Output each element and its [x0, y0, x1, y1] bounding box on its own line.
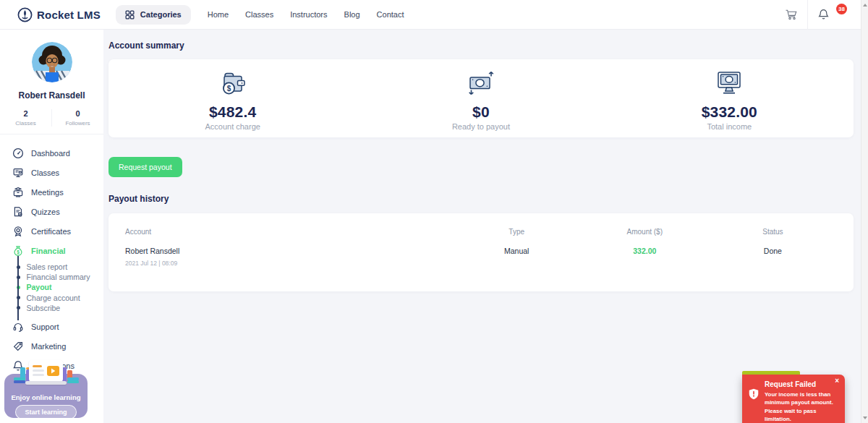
laptop-shape	[29, 360, 63, 382]
sidebar-item-label: Support	[31, 322, 59, 331]
promo-illustration	[4, 360, 88, 389]
toast-title: Request Failed	[765, 380, 836, 388]
profile-section: Robert Ransdell 2 Classes 0 Followers	[0, 30, 103, 134]
request-payout-button[interactable]: Request payout	[109, 157, 182, 177]
income-icon	[605, 67, 854, 100]
sidebar-item-support[interactable]: Support	[0, 317, 103, 337]
stat-classes: 2 Classes	[0, 109, 52, 127]
scrollbar-down-icon[interactable]	[861, 414, 868, 422]
promo-card: Enjoy online learning Start learning	[4, 374, 88, 418]
submenu-item-charge-account[interactable]: Charge account	[17, 293, 103, 303]
svg-text:$: $	[226, 84, 231, 92]
shield-alert-icon	[749, 388, 759, 400]
sidebar-item-label: Financial	[31, 247, 66, 255]
book-shape	[14, 380, 25, 383]
sidebar-item-label: Classes	[31, 168, 59, 177]
toast-close-icon[interactable]: ×	[833, 376, 841, 386]
submenu-item-sales-report[interactable]: Sales report	[17, 262, 103, 272]
certificates-icon	[12, 226, 24, 237]
dashboard-icon	[12, 148, 24, 159]
start-learning-button[interactable]: Start learning	[15, 405, 76, 419]
navbar-actions: 38	[775, 0, 839, 29]
stat-followers-label: Followers	[52, 120, 103, 127]
sidebar-item-label: Marketing	[31, 342, 66, 351]
column-type: Type	[453, 228, 581, 236]
cell-account: Robert Ransdell 2021 Jul 12 | 08:09	[125, 247, 453, 267]
avatar[interactable]	[32, 42, 72, 82]
book-shape	[67, 380, 79, 383]
grid-icon	[125, 10, 135, 20]
account-charge-value: $482.4	[109, 103, 357, 121]
cell-type: Manual	[453, 247, 581, 255]
submenu-item-payout[interactable]: Payout	[17, 282, 103, 292]
bullet-icon	[17, 296, 20, 299]
nav-link-classes[interactable]: Classes	[245, 10, 273, 19]
column-amount: Amount ($)	[581, 228, 709, 236]
bell-icon	[818, 9, 829, 20]
sidebar-item-meetings[interactable]: Meetings	[0, 182, 103, 202]
submenu-label: Charge account	[27, 294, 80, 302]
categories-label: Categories	[140, 10, 182, 19]
stat-total-income: $332.00 Total income	[605, 67, 854, 131]
sidebar-item-label: Quizzes	[31, 208, 60, 216]
brand-logo[interactable]: Rocket LMS	[17, 7, 101, 22]
account-charge-label: Account charge	[109, 122, 357, 131]
nav-link-home[interactable]: Home	[208, 10, 229, 19]
notification-badge: 38	[836, 4, 847, 14]
cell-amount: 332.00	[581, 247, 709, 255]
laptop-base-shape	[25, 381, 67, 385]
submenu-item-subscribe[interactable]: Subscribe	[17, 303, 103, 313]
sidebar-item-marketing[interactable]: Marketing	[0, 337, 103, 356]
sidebar-item-dashboard[interactable]: Dashboard	[0, 143, 103, 163]
total-income-value: $332.00	[605, 103, 854, 121]
bullet-icon	[17, 306, 20, 309]
main-content: Account summary $ $482.4 Account charge	[109, 30, 854, 291]
account-summary-card: $ $482.4 Account charge $0 Ready to payo…	[109, 59, 854, 137]
column-account: Account	[125, 228, 453, 236]
profile-name: Robert Ransdell	[0, 90, 103, 101]
payout-account-name: Robert Ransdell	[125, 247, 453, 255]
page-scrollbar[interactable]	[861, 0, 868, 423]
svg-text:$: $	[17, 249, 20, 255]
quizzes-icon	[12, 206, 24, 218]
table-header-row: Account Type Amount ($) Status	[125, 228, 837, 236]
payout-icon	[357, 67, 605, 100]
toast-notification: Request Failed Your income is less than …	[742, 371, 845, 423]
payout-history-heading: Payout history	[109, 194, 854, 204]
rocket-logo-icon	[17, 7, 33, 22]
sidebar-item-financial[interactable]: $ Financial	[0, 241, 103, 260]
main-nav: Home Classes Instructors Blog Contact	[208, 10, 404, 19]
sidebar-item-label: Meetings	[31, 188, 64, 197]
stat-followers: 0 Followers	[52, 109, 103, 127]
marketing-icon	[12, 341, 24, 352]
submenu-label: Financial summary	[27, 273, 90, 281]
stat-ready-to-payout: $0 Ready to payout	[357, 67, 605, 131]
scrollbar-up-icon[interactable]	[861, 1, 868, 9]
submenu-label: Sales report	[27, 262, 68, 271]
submenu-label: Subscribe	[27, 304, 61, 312]
cell-status: Done	[709, 247, 837, 255]
play-icon	[47, 366, 59, 376]
cart-button[interactable]	[775, 9, 807, 20]
table-row[interactable]: Robert Ransdell 2021 Jul 12 | 08:09 Manu…	[125, 247, 837, 267]
notifications-button[interactable]: 38	[808, 9, 839, 20]
support-icon	[12, 321, 24, 333]
total-income-label: Total income	[605, 122, 854, 131]
submenu-item-financial-summary[interactable]: Financial summary	[17, 272, 103, 282]
payout-history-card: Account Type Amount ($) Status Robert Ra…	[109, 213, 854, 291]
stat-classes-label: Classes	[0, 120, 51, 127]
sidebar-item-certificates[interactable]: Certificates	[0, 221, 103, 241]
sidebar-item-classes[interactable]: Classes	[0, 163, 103, 182]
nav-link-contact[interactable]: Contact	[377, 10, 404, 19]
sidebar-item-label: Certificates	[31, 227, 71, 236]
laptop-content-lines	[33, 364, 44, 378]
financial-submenu: Sales report Financial summary Payout Ch…	[17, 262, 103, 313]
sidebar-item-quizzes[interactable]: Quizzes	[0, 202, 103, 221]
ready-to-payout-label: Ready to payout	[357, 122, 605, 131]
bullet-icon	[17, 286, 20, 289]
ready-to-payout-value: $0	[357, 103, 605, 121]
categories-button[interactable]: Categories	[116, 5, 191, 25]
nav-link-instructors[interactable]: Instructors	[290, 10, 327, 19]
nav-link-blog[interactable]: Blog	[344, 10, 360, 19]
meetings-icon	[12, 187, 24, 198]
